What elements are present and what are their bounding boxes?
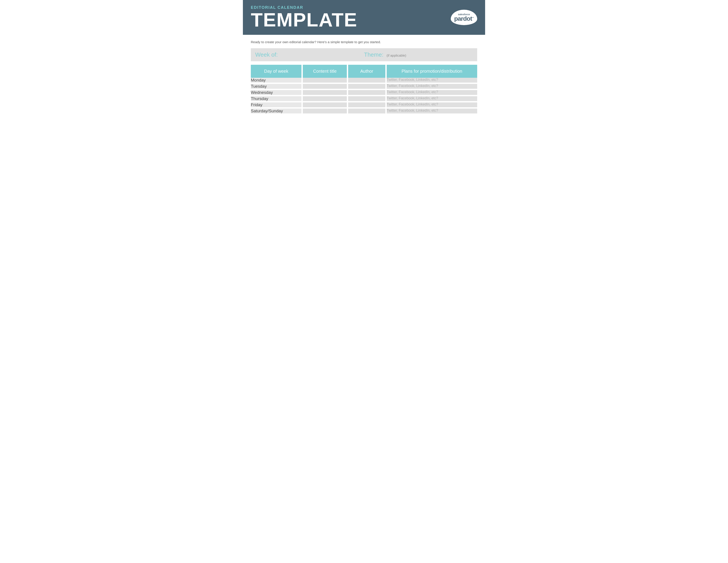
day-cell: Saturday/Sunday [251,109,303,115]
content-title-cell[interactable] [303,102,348,109]
author-cell[interactable] [348,102,387,109]
promo-placeholder: Twitter, Facebook, LinkedIn, etc? [387,96,438,100]
author-cell[interactable] [348,96,387,102]
header-title-block: EDITORIAL CALENDAR TEMPLATE [251,5,357,30]
author-cell[interactable] [348,109,387,115]
promo-placeholder: Twitter, Facebook, LinkedIn, etc? [387,78,438,81]
table-row: Saturday/Sunday Twitter, Facebook, Linke… [251,109,477,115]
content-title-cell[interactable] [303,96,348,102]
day-cell: Thursday [251,96,303,102]
logo-cloud: salesforce pardot™ [451,10,477,25]
content-title-cell[interactable] [303,78,348,84]
main-content: Ready to create your own editorial calen… [243,35,485,123]
promo-cell: Twitter, Facebook, LinkedIn, etc? [387,78,477,84]
logo-pardot-text: pardot™ [454,16,474,22]
day-cell: Friday [251,102,303,109]
day-cell: Tuesday [251,84,303,90]
col-header-author: Author [348,65,387,78]
col-header-plans: Plans for promotion/distribution [387,65,477,78]
week-theme-row: Week of: Theme: (if applicable) [251,48,477,61]
table-row: Wednesday Twitter, Facebook, LinkedIn, e… [251,90,477,96]
promo-placeholder: Twitter, Facebook, LinkedIn, etc? [387,109,438,112]
author-cell[interactable] [348,90,387,96]
day-cell: Monday [251,78,303,84]
table-row: Friday Twitter, Facebook, LinkedIn, etc? [251,102,477,109]
author-cell[interactable] [348,84,387,90]
promo-placeholder: Twitter, Facebook, LinkedIn, etc? [387,90,438,94]
promo-placeholder: Twitter, Facebook, LinkedIn, etc? [387,84,438,88]
theme-label: Theme: (if applicable) [364,51,473,58]
promo-placeholder: Twitter, Facebook, LinkedIn, etc? [387,102,438,106]
header: EDITORIAL CALENDAR TEMPLATE salesforce p… [243,0,485,35]
promo-cell: Twitter, Facebook, LinkedIn, etc? [387,109,477,115]
theme-sub: (if applicable) [387,54,406,57]
promo-cell: Twitter, Facebook, LinkedIn, etc? [387,96,477,102]
header-main-title: TEMPLATE [251,10,357,30]
intro-paragraph: Ready to create your own editorial calen… [251,40,477,44]
promo-cell: Twitter, Facebook, LinkedIn, etc? [387,90,477,96]
content-title-cell[interactable] [303,109,348,115]
table-row: Thursday Twitter, Facebook, LinkedIn, et… [251,96,477,102]
promo-cell: Twitter, Facebook, LinkedIn, etc? [387,102,477,109]
col-header-day: Day of week [251,65,303,78]
author-cell[interactable] [348,78,387,84]
col-header-content: Content title [303,65,348,78]
week-label: Week of: [255,51,364,58]
table-row: Monday Twitter, Facebook, LinkedIn, etc? [251,78,477,84]
content-title-cell[interactable] [303,84,348,90]
content-title-cell[interactable] [303,90,348,96]
promo-cell: Twitter, Facebook, LinkedIn, etc? [387,84,477,90]
column-header-row: Day of week Content title Author Plans f… [251,65,477,78]
logo-area: salesforce pardot™ [451,10,477,25]
table-row: Tuesday Twitter, Facebook, LinkedIn, etc… [251,84,477,90]
day-cell: Wednesday [251,90,303,96]
calendar-table: Day of week Content title Author Plans f… [251,65,477,115]
